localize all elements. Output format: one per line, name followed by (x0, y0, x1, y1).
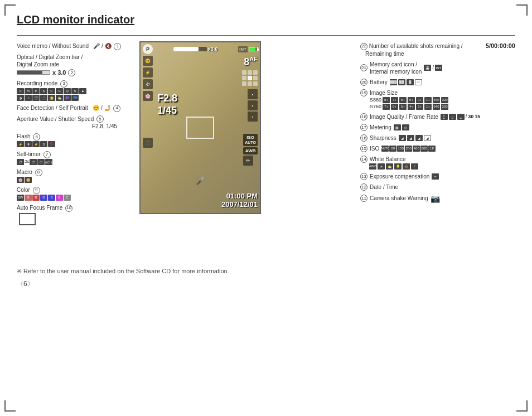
s860-6: 6+ (399, 97, 407, 103)
label-metering: Metering (370, 124, 391, 131)
batt-2: ▓▓ (398, 79, 405, 85)
s760-3: 3+ (416, 104, 423, 110)
screen-top-bar: P x3.0 INT (141, 42, 260, 56)
flash-icon-3: ⚡ (32, 141, 40, 147)
s860-label: S860 (370, 97, 381, 103)
rm-icon-17: 🌃 (71, 95, 79, 101)
screen-right-icon-1: ▪ (248, 89, 258, 99)
indicator-exposure: 13 Exposure compensation ✏ (359, 173, 515, 180)
screen-spacer (143, 103, 153, 136)
screen-battery-fill (249, 47, 255, 51)
num-19: 19 (360, 89, 367, 96)
iso-1000: 1K (428, 146, 436, 152)
num-12: 12 (360, 183, 367, 191)
timer-icon-1: ⏱ (17, 159, 24, 165)
mem-int-icon: INT (435, 65, 442, 71)
flash-icon-1: ⚡ (17, 141, 24, 147)
s860-3: 3+ (416, 97, 423, 103)
page-container: LCD monitor indicator Voice memo / Witho… (0, 0, 532, 416)
af-dot-4 (242, 76, 246, 80)
s860-1: 1+ (424, 97, 432, 103)
num-14: 14 (360, 156, 367, 163)
mem-card-icon: 💾 (424, 65, 431, 71)
icon-self-portrait: 🤳 (104, 105, 111, 111)
label-memory: Memory card icon /Internal memory icon (370, 61, 422, 75)
rm-icon-13: 🎵 (40, 95, 47, 101)
indicator-voice-memo: Voice memo / Without Sound 🎤 / 🔇 1 (17, 42, 128, 50)
screen-af-frame (186, 117, 214, 139)
s760-4: 4+ (408, 104, 415, 110)
indicator-battery: 20 Battery ▓▓▓ ▓▓ ▓ □ (359, 79, 515, 86)
label-aperture: Aperture Value / Shutter Speed 5 (17, 115, 128, 123)
diagram-area: Voice memo / Without Sound 🎤 / 🔇 1 Optic… (17, 41, 515, 259)
rm-icon-15: ⛅ (56, 95, 63, 101)
indicator-iso: 15 ISO AUTO 80 100 200 400 800 1K (359, 145, 515, 152)
corner-bracket-tl (4, 4, 16, 16)
sharp-4: ◢ (424, 135, 431, 141)
label-sharpness: Sharpness (370, 134, 396, 142)
timer-icon-3: ⏱ (37, 159, 45, 165)
iso-auto: AUTO (381, 146, 389, 152)
af-dot-5 (248, 76, 252, 80)
num-9: 9 (33, 187, 40, 194)
num-16: 16 (360, 134, 367, 142)
num-3: 3 (60, 80, 67, 88)
indicator-aperture: Aperture Value / Shutter Speed 5 F2.8, 1… (17, 115, 128, 130)
meter-matrix: ▩ (394, 124, 401, 130)
label-wb: White Balance (370, 156, 405, 163)
quality-normal: ⣶ (449, 114, 456, 120)
wb-fl: 💡 (394, 163, 402, 170)
iso-800: 800 (420, 146, 428, 152)
num-5: 5 (96, 115, 104, 123)
num-1: 1 (114, 43, 121, 50)
self-timer-icons: ⏱ 2s ⏱ ⏱ ((⏱)) (17, 159, 128, 165)
screen-af-num: 8AF (244, 56, 258, 68)
rm-icon-8: S (71, 88, 79, 94)
label-iso: ISO (370, 145, 379, 152)
zoom-rate: x 3.0 (52, 69, 66, 76)
corner-bracket-bl (4, 400, 16, 412)
num-21: 21 (360, 64, 367, 71)
indicator-self-timer: Self-timer 7 ⏱ 2s ⏱ ⏱ ((⏱)) (17, 151, 128, 165)
lcd-screen: P x3.0 INT (139, 41, 261, 214)
label-recording-mode: Recording mode 3 (17, 80, 128, 88)
af-dot-2 (248, 70, 252, 75)
num-10: 10 (65, 205, 72, 212)
color-icons: BW S R G B E C (17, 195, 128, 201)
num-4: 4 (113, 105, 120, 112)
right-labels: 22 Number of available shots remaining /… (359, 41, 515, 206)
screen-shutter: 1/45 (157, 105, 177, 117)
num-20: 20 (360, 79, 367, 86)
rm-icon-7: Q (64, 88, 71, 94)
af-dot-9 (253, 81, 258, 86)
quality-15: 15 (475, 114, 480, 119)
flash-icon-5: 🚫 (48, 141, 55, 147)
quality-fine: ⣿ (441, 114, 448, 120)
label-shots: 22 Number of available shots remaining /… (359, 42, 463, 57)
screen-zoom-fill (173, 47, 199, 51)
wb-custom: ↕ (411, 163, 418, 170)
s760-5: 5+ (399, 104, 407, 110)
screen-face-icon: 😊 (143, 56, 153, 66)
icon-face: 😊 (93, 105, 99, 111)
label-camera-shake: Camera shake Warning (370, 195, 428, 202)
rm-icon-10: ◑ (17, 95, 24, 101)
rm-icon-14: 🌟 (48, 95, 55, 101)
color-e: E (56, 195, 63, 201)
recording-mode-icons-row2: ◑ i 🎬 🎵 🌟 ⛅ 🌆 🌃 (17, 95, 128, 101)
color-bw: BW (17, 195, 24, 201)
screen-iso-box: ISOAUTO (243, 134, 258, 146)
af-frame-box (19, 213, 36, 225)
screen-left-icons: 😊 ⚡ ⏱ 🌸 🎵 (143, 56, 153, 148)
macro-icon-2: 🌼 (25, 177, 32, 183)
screen-datetime: 01:00 PM 2007/12/01 (221, 192, 258, 209)
rm-icon-4: S (40, 88, 47, 94)
rm-icon-2: M (25, 88, 32, 94)
screen-bottom-icon: 🎵 (143, 138, 153, 148)
footer-note: ※ Refer to the user manual included on t… (17, 268, 515, 275)
wb-icons: AWB ☀ ⛅ 💡 🔆 ↕ (369, 163, 515, 170)
screen-right-icon-2: ▪ (248, 100, 258, 110)
shots-value: 5/00:00:00 (486, 42, 515, 49)
screen-macro-icon: 🌸 (143, 91, 153, 101)
screen-time-display: 01:00 PM (221, 192, 258, 200)
